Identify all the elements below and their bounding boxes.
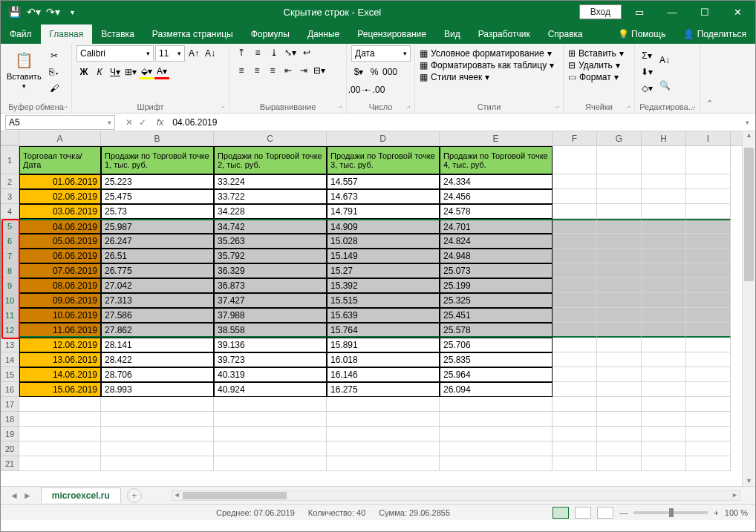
undo-icon[interactable]: ↶▾	[25, 3, 42, 21]
copy-icon[interactable]: ⎘▾	[46, 65, 62, 79]
cell[interactable]	[686, 382, 731, 397]
cell[interactable]	[597, 338, 642, 352]
cell[interactable]: 15.764	[327, 323, 440, 338]
cell[interactable]: 03.06.2019	[19, 204, 101, 219]
cell[interactable]: 28.993	[101, 382, 214, 397]
cell[interactable]	[553, 204, 597, 219]
align-left-icon[interactable]: ≡	[234, 63, 249, 78]
cell[interactable]: 25.578	[440, 323, 553, 338]
cell[interactable]	[440, 456, 553, 471]
cell[interactable]	[101, 412, 214, 427]
col-header-C[interactable]: C	[214, 131, 327, 145]
cell[interactable]	[686, 338, 731, 352]
row-header-3[interactable]: 3	[1, 189, 19, 204]
cell[interactable]: 38.558	[214, 323, 327, 338]
clear-icon[interactable]: ◇▾	[639, 81, 654, 96]
fill-icon[interactable]: ⬇▾	[639, 65, 654, 79]
cell-styles-button[interactable]: ▦Стили ячеек▾	[420, 72, 558, 82]
cell[interactable]	[553, 412, 597, 427]
cell[interactable]	[553, 352, 597, 367]
cell[interactable]	[686, 352, 731, 367]
add-sheet-icon[interactable]: +	[127, 488, 142, 503]
insert-cells-button[interactable]: ⊞Вставить▾	[568, 48, 630, 59]
cell[interactable]: 25.835	[440, 352, 553, 367]
cell[interactable]	[642, 249, 686, 263]
cell[interactable]: Торговая точка/ Дата	[19, 146, 101, 174]
cell[interactable]: 25.964	[440, 367, 553, 382]
row-header-15[interactable]: 15	[1, 367, 19, 382]
cell[interactable]	[642, 308, 686, 323]
save-icon[interactable]: 💾	[5, 3, 23, 21]
cell[interactable]: 15.149	[327, 249, 440, 263]
cell[interactable]	[686, 323, 731, 338]
orientation-icon[interactable]: ⤡▾	[283, 45, 298, 60]
cell[interactable]	[19, 427, 101, 441]
sort-filter-icon[interactable]: A↓	[657, 48, 672, 72]
cell[interactable]: 14.557	[327, 174, 440, 189]
cell[interactable]: 24.334	[440, 174, 553, 189]
cell[interactable]	[101, 427, 214, 441]
qat-customize-icon[interactable]: ▾	[63, 3, 81, 21]
tab-Вставка[interactable]: Вставка	[92, 24, 143, 44]
cell[interactable]: 34.742	[214, 219, 327, 234]
cell[interactable]: 25.73	[101, 204, 214, 219]
close-icon[interactable]: ✕	[723, 1, 752, 23]
italic-button[interactable]: К	[92, 65, 107, 79]
sheet-nav-last-icon[interactable]: ►	[23, 490, 32, 501]
cell[interactable]	[327, 412, 440, 427]
cell[interactable]: 25.706	[440, 338, 553, 352]
cell[interactable]: 16.018	[327, 352, 440, 367]
cell[interactable]	[327, 397, 440, 412]
format-painter-icon[interactable]: 🖌	[46, 81, 62, 96]
increase-indent-icon[interactable]: ⇥	[296, 63, 311, 78]
percent-icon[interactable]: %	[367, 65, 382, 79]
zoom-out-icon[interactable]: —	[619, 508, 628, 517]
format-cells-button[interactable]: ▭Формат▾	[568, 72, 630, 82]
cell[interactable]: 28.422	[101, 352, 214, 367]
cell[interactable]: 27.862	[101, 323, 214, 338]
cell[interactable]	[553, 397, 597, 412]
name-box[interactable]: A5▾	[5, 115, 115, 130]
cell[interactable]	[597, 174, 642, 189]
cell[interactable]: 26.094	[440, 382, 553, 397]
cell[interactable]: 24.948	[440, 249, 553, 263]
find-icon[interactable]: 🔍	[657, 73, 672, 97]
cell[interactable]: 25.223	[101, 174, 214, 189]
cell[interactable]: 08.06.2019	[19, 278, 101, 293]
sheet-tab[interactable]: microexcel.ru	[41, 487, 121, 503]
decrease-decimal-icon[interactable]: ←.00	[367, 82, 382, 97]
row-header-19[interactable]: 19	[1, 427, 19, 441]
cell[interactable]	[553, 367, 597, 382]
cell[interactable]: 40.924	[214, 382, 327, 397]
cell[interactable]: 11.06.2019	[19, 323, 101, 338]
cell[interactable]	[553, 278, 597, 293]
row-header-7[interactable]: 7	[1, 249, 19, 263]
cell[interactable]	[19, 397, 101, 412]
align-right-icon[interactable]: ≡	[265, 63, 280, 78]
cell[interactable]	[686, 308, 731, 323]
cell[interactable]	[597, 382, 642, 397]
cell[interactable]	[553, 456, 597, 471]
decrease-indent-icon[interactable]: ⇤	[281, 63, 296, 78]
borders-icon[interactable]: ⊞▾	[123, 65, 138, 79]
page-layout-view-icon[interactable]	[575, 507, 591, 519]
cell[interactable]: 13.06.2019	[19, 352, 101, 367]
cell[interactable]	[597, 219, 642, 234]
row-header-16[interactable]: 16	[1, 382, 19, 397]
formula-input[interactable]: 04.06.2019	[168, 117, 740, 128]
cell[interactable]	[597, 367, 642, 382]
row-header-21[interactable]: 21	[1, 456, 19, 471]
cell[interactable]: 15.392	[327, 278, 440, 293]
cell[interactable]: 15.27	[327, 263, 440, 278]
tab-Формулы[interactable]: Формулы	[242, 24, 299, 44]
cell[interactable]	[553, 263, 597, 278]
cell[interactable]	[440, 397, 553, 412]
tab-Справка[interactable]: Справка	[539, 24, 592, 44]
cell[interactable]	[686, 204, 731, 219]
cell[interactable]	[686, 367, 731, 382]
cell[interactable]	[19, 412, 101, 427]
col-header-G[interactable]: G	[597, 131, 642, 145]
cell[interactable]: 27.313	[101, 293, 214, 308]
login-button[interactable]: Вход	[579, 4, 622, 19]
align-middle-icon[interactable]: ≡	[250, 45, 265, 60]
